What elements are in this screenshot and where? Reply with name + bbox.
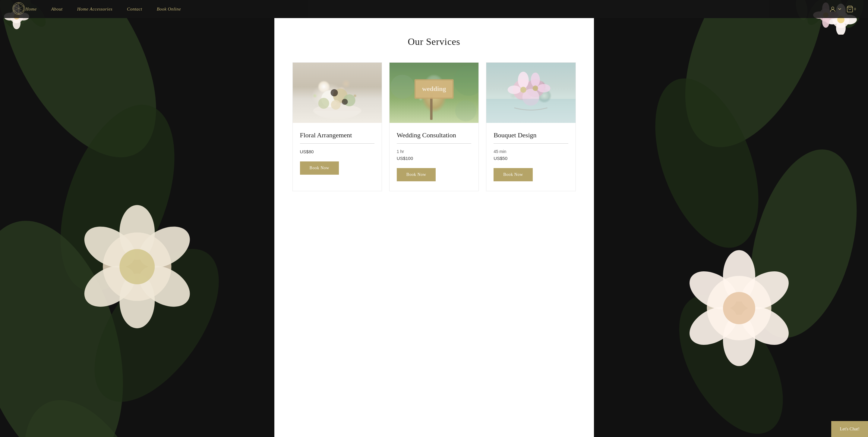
svg-point-30: [832, 7, 834, 9]
service-image-bouquet: [486, 63, 575, 123]
logo[interactable]: [12, 2, 25, 16]
svg-point-62: [331, 100, 340, 110]
service-divider-bouquet: [494, 143, 568, 144]
nav-right: 0: [829, 5, 856, 13]
section-title: Our Services: [292, 36, 576, 47]
nav-links: Home About Home Accessories Contact Book…: [25, 6, 829, 12]
svg-point-63: [331, 89, 338, 96]
service-duration-bouquet: 45 min: [494, 149, 568, 154]
user-account[interactable]: [829, 6, 841, 12]
nav-link-home-accessories[interactable]: Home Accessories: [77, 7, 113, 11]
svg-point-61: [318, 98, 329, 109]
svg-point-70: [454, 66, 478, 96]
svg-point-76: [531, 73, 540, 87]
svg-point-80: [533, 86, 538, 91]
nav-link-contact[interactable]: Contact: [127, 7, 142, 11]
svg-point-71: [455, 100, 476, 122]
services-grid: Floral Arrangement US$80 Book Now: [292, 62, 576, 191]
service-price-wedding: US$100: [397, 156, 471, 161]
chevron-down-icon: [838, 7, 841, 11]
service-image-floral-arrangement: [293, 63, 382, 123]
service-price-bouquet: US$50: [494, 156, 568, 161]
service-card-floral-arrangement: Floral Arrangement US$80 Book Now: [292, 62, 382, 191]
svg-rect-81: [486, 99, 575, 123]
cart-button[interactable]: 0: [846, 5, 856, 13]
book-now-bouquet-button[interactable]: Book Now: [494, 168, 533, 181]
svg-point-64: [342, 99, 348, 105]
service-image-wedding: wedding: [390, 63, 478, 123]
cart-count: 0: [854, 7, 856, 11]
nav-link-book-online[interactable]: Book Online: [157, 7, 181, 11]
svg-point-69: [390, 75, 414, 99]
service-divider-floral: [300, 143, 374, 144]
book-now-floral-button[interactable]: Book Now: [300, 161, 339, 175]
service-price-floral: US$80: [300, 149, 374, 154]
service-card-wedding-consultation: wedding Wedding Consultation 1 hr US$100…: [389, 62, 479, 191]
service-name-bouquet: Bouquet Design: [494, 131, 568, 139]
nav-link-about[interactable]: About: [51, 7, 63, 11]
svg-text:wedding: wedding: [422, 85, 446, 93]
service-duration-wedding: 1 hr: [397, 149, 471, 154]
cart-icon: [846, 5, 854, 13]
service-divider-wedding: [397, 143, 471, 144]
svg-point-75: [518, 72, 529, 89]
page-content: Our Services: [0, 0, 868, 437]
user-icon: [829, 6, 836, 12]
service-name-floral: Floral Arrangement: [300, 131, 374, 139]
chat-button[interactable]: Let's Chat!: [831, 421, 868, 437]
book-now-wedding-button[interactable]: Book Now: [397, 168, 436, 181]
navbar: Home About Home Accessories Contact Book…: [0, 0, 868, 18]
svg-point-78: [537, 84, 551, 93]
service-name-wedding: Wedding Consultation: [397, 131, 471, 139]
svg-point-77: [508, 86, 521, 94]
services-section: Our Services: [274, 18, 594, 437]
nav-link-home[interactable]: Home: [25, 7, 37, 11]
svg-point-79: [520, 87, 526, 93]
service-card-bouquet-design: Bouquet Design 45 min US$50 Book Now: [486, 62, 576, 191]
